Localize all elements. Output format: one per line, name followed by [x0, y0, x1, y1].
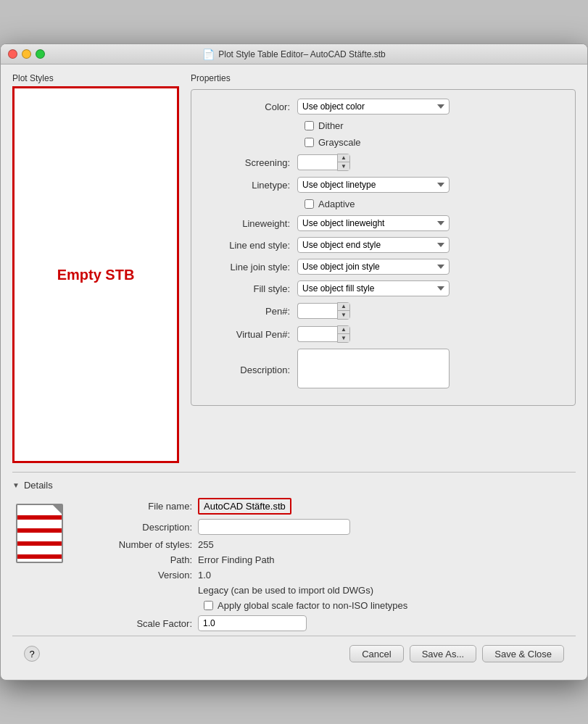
file-icon [16, 498, 74, 563]
virtual-pen-down-btn[interactable]: ▼ [338, 334, 349, 342]
screening-stepper-buttons: ▲ ▼ [337, 154, 350, 171]
pen-stepper: ▲ ▼ [297, 302, 563, 320]
screening-value: ▲ ▼ [297, 154, 563, 171]
empty-stb-label: Empty STB [57, 267, 135, 283]
pen-up-btn[interactable]: ▲ [338, 303, 349, 311]
details-section: ▼ Details [12, 472, 576, 636]
virtual-pen-value: ▲ ▼ [297, 325, 563, 343]
detail-description-row: Description: [89, 519, 576, 535]
linetype-value: Use object linetype Solid Dashed [297, 177, 563, 193]
screening-up-btn[interactable]: ▲ [338, 154, 349, 162]
apply-global-row: Apply global scale factor to non-ISO lin… [89, 600, 576, 611]
detail-description-input[interactable] [198, 519, 350, 535]
color-row: Color: Use object color Black White [203, 99, 563, 115]
screening-input[interactable] [297, 154, 337, 170]
bottom-bar: ? Cancel Save As... Save & Close [12, 636, 576, 671]
main-content: Plot Styles Empty STB Properties Color: … [1, 65, 587, 680]
help-button[interactable]: ? [24, 646, 40, 662]
close-button[interactable] [8, 49, 17, 59]
fill-style-select[interactable]: Use object fill style Solid [297, 280, 450, 296]
pen-label: Pen#: [203, 306, 297, 317]
grayscale-checkbox[interactable] [305, 138, 314, 147]
fill-style-label: Fill style: [203, 283, 297, 294]
details-info: File name: AutoCAD Stäfte.stb Descriptio… [89, 498, 576, 636]
linetype-select[interactable]: Use object linetype Solid Dashed [297, 177, 450, 193]
top-section: Plot Styles Empty STB Properties Color: … [12, 73, 576, 463]
version-value: 1.0 [198, 570, 211, 581]
adaptive-label: Adaptive [318, 199, 355, 209]
description-row: Description: [203, 349, 563, 391]
color-label: Color: [203, 101, 297, 112]
line-end-style-select[interactable]: Use object end style Butt Round [297, 237, 450, 253]
file-icon-container [12, 498, 78, 636]
properties-label: Properties [191, 73, 576, 83]
filename-row: File name: AutoCAD Stäfte.stb [89, 498, 576, 515]
cancel-button[interactable]: Cancel [349, 645, 403, 662]
filename-value: AutoCAD Stäfte.stb [198, 498, 291, 515]
fill-style-value: Use object fill style Solid [297, 280, 563, 296]
path-value: Error Finding Path [198, 554, 275, 565]
save-as-button[interactable]: Save As... [410, 645, 477, 662]
window-controls [8, 49, 45, 59]
titlebar: 📄 Plot Style Table Editor– AutoCAD Stäft… [1, 44, 587, 65]
file-body [16, 504, 63, 563]
virtual-pen-input[interactable] [297, 326, 337, 342]
apply-global-label: Apply global scale factor to non-ISO lin… [218, 600, 407, 611]
line-join-style-select[interactable]: Use object join style Miter Bevel [297, 259, 450, 275]
minimize-button[interactable] [22, 49, 31, 59]
pen-down-btn[interactable]: ▼ [338, 311, 349, 319]
line-end-style-label: Line end style: [203, 240, 297, 251]
file-corner [53, 505, 62, 514]
lineweight-select[interactable]: Use object lineweight 0.05mm [297, 215, 450, 231]
virtual-pen-stepper: ▲ ▼ [297, 325, 563, 343]
pen-stepper-buttons: ▲ ▼ [337, 302, 350, 320]
description-label: Description: [203, 365, 297, 375]
dither-row: Dither [203, 120, 563, 131]
plot-styles-panel: Plot Styles Empty STB [12, 73, 179, 463]
color-select[interactable]: Use object color Black White [297, 99, 450, 115]
color-value: Use object color Black White [297, 99, 563, 115]
grayscale-label: Grayscale [318, 137, 361, 148]
detail-description-label: Description: [89, 522, 198, 533]
main-window: 📄 Plot Style Table Editor– AutoCAD Stäft… [0, 43, 588, 681]
properties-box: Color: Use object color Black White D [191, 89, 576, 406]
dither-label: Dither [318, 120, 344, 131]
num-styles-value: 255 [198, 539, 214, 550]
adaptive-row: Adaptive [203, 199, 563, 209]
path-row: Path: Error Finding Path [89, 554, 576, 565]
lineweight-row: Lineweight: Use object lineweight 0.05mm [203, 215, 563, 231]
apply-global-checkbox[interactable] [204, 601, 213, 610]
line-join-style-row: Line join style: Use object join style M… [203, 259, 563, 275]
save-close-button[interactable]: Save & Close [482, 645, 564, 662]
description-textarea[interactable] [297, 349, 450, 388]
pen-input[interactable] [297, 303, 337, 319]
screening-label: Screening: [203, 157, 297, 168]
scale-factor-input[interactable] [198, 615, 307, 631]
maximize-button[interactable] [36, 49, 45, 59]
description-value [297, 349, 563, 391]
num-styles-label: Number of styles: [89, 539, 198, 550]
properties-panel: Properties Color: Use object color Black… [191, 73, 576, 463]
fill-style-row: Fill style: Use object fill style Solid [203, 280, 563, 296]
virtual-pen-stepper-buttons: ▲ ▼ [337, 325, 350, 343]
lineweight-label: Lineweight: [203, 218, 297, 229]
window-title: 📄 Plot Style Table Editor– AutoCAD Stäft… [202, 49, 386, 60]
file-stripes [17, 515, 62, 563]
version-label: Version: [89, 570, 198, 581]
virtual-pen-label: Virtual Pen#: [203, 329, 297, 340]
legacy-label: Legacy (can be used to import old DWGs) [198, 585, 373, 596]
plot-styles-box[interactable]: Empty STB [12, 86, 179, 463]
num-styles-row: Number of styles: 255 [89, 539, 576, 550]
dither-checkbox[interactable] [305, 121, 314, 130]
path-label: Path: [89, 554, 198, 565]
screening-down-btn[interactable]: ▼ [338, 162, 349, 170]
filename-label: File name: [89, 501, 198, 512]
adaptive-checkbox[interactable] [305, 199, 314, 209]
details-header[interactable]: ▼ Details [12, 480, 576, 491]
line-join-style-label: Line join style: [203, 262, 297, 272]
virtual-pen-up-btn[interactable]: ▲ [338, 326, 349, 334]
screening-stepper: ▲ ▼ [297, 154, 563, 171]
scale-factor-label: Scale Factor: [89, 618, 198, 629]
linetype-label: Linetype: [203, 180, 297, 191]
plot-styles-label: Plot Styles [12, 73, 179, 83]
